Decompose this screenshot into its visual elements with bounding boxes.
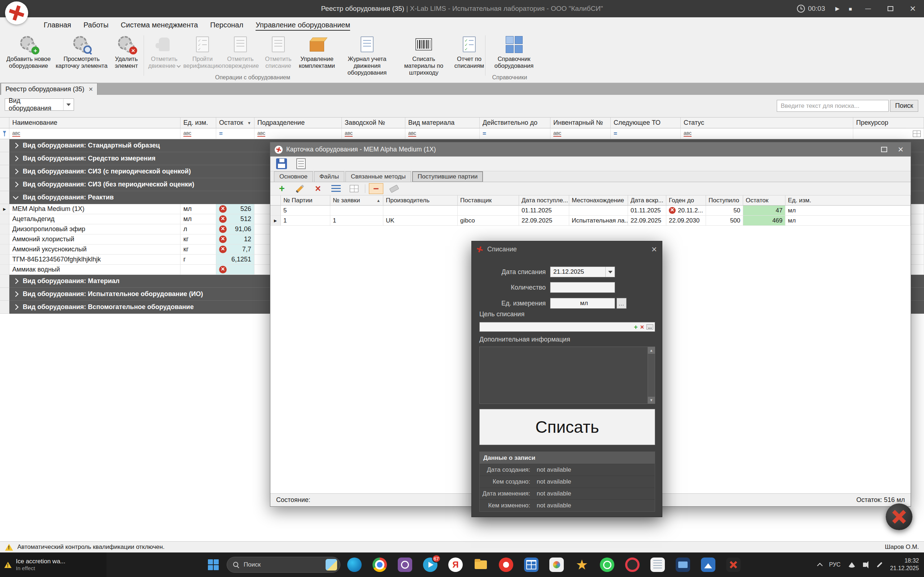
taskbar-app-xlab[interactable]: [722, 554, 745, 575]
quantity-input[interactable]: [550, 282, 615, 293]
taskbar-app-telegram[interactable]: 67: [419, 554, 441, 575]
scroll-up-icon[interactable]: [648, 347, 655, 354]
taskbar-app-whatsapp[interactable]: [596, 554, 618, 575]
ribbon-movement-journal-button[interactable]: Журнал учета движения оборудования: [338, 34, 396, 76]
stop-icon[interactable]: [844, 6, 857, 12]
column-header[interactable]: Дата вскр...: [628, 195, 666, 206]
save-icon[interactable]: [276, 158, 287, 169]
taskbar-app-chrome[interactable]: [368, 554, 391, 575]
filter-cell[interactable]: =: [480, 128, 551, 139]
taskbar-app-folder[interactable]: [470, 554, 492, 575]
filter-funnel-icon[interactable]: [0, 128, 10, 139]
filter-cell[interactable]: [853, 128, 924, 139]
tab-faily[interactable]: Файлы: [314, 171, 344, 182]
wifi-icon[interactable]: [848, 562, 856, 567]
column-header[interactable]: Поступило: [706, 195, 743, 206]
ribbon-kits-button[interactable]: Управление комплектами: [296, 34, 338, 69]
column-header[interactable]: Вид материала: [405, 118, 480, 128]
taskbar-app-opera[interactable]: [621, 554, 643, 575]
column-header[interactable]: Поставщик: [458, 195, 519, 206]
taskbar-app-yandex-browser[interactable]: [495, 554, 517, 575]
delete-icon[interactable]: [311, 183, 325, 194]
menu-tab-glavnaya[interactable]: Главная: [37, 19, 77, 31]
filter-cell[interactable]: авс: [405, 128, 480, 139]
tab-postupivshie-partii[interactable]: Поступившие партии: [412, 171, 483, 182]
taskbar-app-edge[interactable]: [343, 554, 366, 575]
taskbar-app-notepad[interactable]: [646, 554, 669, 575]
column-header[interactable]: Ед. изм.: [785, 195, 911, 206]
column-header[interactable]: Дата поступле...: [519, 195, 569, 206]
edit-pencil-icon[interactable]: [293, 183, 307, 194]
filter-cell[interactable]: авс: [10, 128, 181, 139]
search-input[interactable]: [777, 100, 888, 112]
taskbar-app-paint[interactable]: [545, 554, 568, 575]
writeoff-submit-button[interactable]: Списать: [479, 409, 655, 445]
weather-widget[interactable]: Ice accretion wa... In effect: [0, 553, 107, 577]
add-icon[interactable]: [275, 183, 289, 194]
tab-svyazannye-metody[interactable]: Связанные методы: [346, 171, 411, 182]
taskbar-app-spreadsheet[interactable]: [520, 554, 543, 575]
column-header[interactable]: Прекурсор: [853, 118, 924, 128]
filter-cell[interactable]: =: [611, 128, 681, 139]
minimize-button[interactable]: [857, 0, 879, 17]
ribbon-equipment-directory-button[interactable]: Справочник оборудования: [492, 34, 536, 69]
ribbon-add-equipment-button[interactable]: Добавить новое оборудование: [3, 34, 54, 69]
menu-tab-upravlenie-oborudovaniem[interactable]: Управление оборудованием: [249, 19, 356, 31]
clear-icon[interactable]: [640, 324, 644, 330]
column-header[interactable]: Статус: [681, 118, 853, 128]
column-header[interactable]: Следующее ТО: [611, 118, 681, 128]
ribbon-writeoff-report-button[interactable]: Отчет по списаниям: [451, 34, 487, 69]
column-header[interactable]: Годен до: [666, 195, 706, 206]
filter-cell[interactable]: =: [216, 128, 254, 139]
filter-cell[interactable]: авс: [181, 128, 216, 139]
scrollbar[interactable]: [648, 347, 655, 403]
close-button[interactable]: [898, 145, 903, 154]
scroll-down-icon[interactable]: [648, 397, 655, 403]
tab-osnovnoe[interactable]: Основное: [274, 171, 313, 182]
additional-info-textarea[interactable]: [479, 347, 655, 404]
writeoff-date-dropdown[interactable]: 21.12.2025: [550, 266, 615, 277]
column-header[interactable]: № Партии: [281, 195, 330, 206]
close-button[interactable]: [651, 244, 657, 255]
taskbar-app-viber[interactable]: [394, 554, 416, 575]
menu-tab-raboty[interactable]: Работы: [77, 19, 115, 31]
maximize-button[interactable]: [879, 0, 901, 17]
pen-icon[interactable]: [877, 562, 882, 567]
taskbar-search[interactable]: Поиск: [227, 557, 340, 573]
ribbon-delete-button[interactable]: Удалить элемент: [109, 34, 144, 69]
grid-icon[interactable]: [347, 183, 361, 194]
search-button[interactable]: Поиск: [890, 100, 918, 112]
start-button[interactable]: [203, 554, 224, 575]
report-icon[interactable]: [296, 158, 306, 169]
column-header[interactable]: Ед. изм.: [181, 118, 216, 128]
picker-button[interactable]: [646, 324, 653, 330]
tab-equipment-registry[interactable]: Реестр оборудования (35): [1, 83, 97, 95]
column-header[interactable]: Заводской №: [342, 118, 405, 128]
clock[interactable]: 18:32 21.12.2025: [890, 557, 919, 572]
maximize-button[interactable]: [881, 147, 887, 152]
taskbar-app-yandex[interactable]: [444, 554, 467, 575]
batch-row[interactable]: 1 1 UK gibco 22.09.2025 Испытательная ла…: [270, 216, 911, 226]
column-header[interactable]: Действительно до: [480, 118, 551, 128]
writeoff-minus-icon[interactable]: [369, 183, 383, 194]
add-icon[interactable]: [634, 324, 638, 330]
list-icon[interactable]: [329, 183, 343, 194]
column-header[interactable]: № заявки: [330, 195, 383, 206]
taskbar-app-display[interactable]: [672, 554, 694, 575]
volume-icon[interactable]: [863, 562, 866, 567]
unit-picker-button[interactable]: [617, 298, 627, 309]
ribbon-barcode-writeoff-button[interactable]: Списать материалы по штрихкоду: [396, 34, 451, 76]
play-icon[interactable]: [831, 5, 844, 12]
menu-tab-personal[interactable]: Персонал: [204, 19, 249, 31]
column-header[interactable]: Местонахождение: [569, 195, 628, 206]
batch-row[interactable]: 5 01.11.2025 01.11.2025 20.11.2... 50 47…: [270, 206, 911, 216]
taskbar-app-star[interactable]: [571, 554, 593, 575]
close-button[interactable]: [901, 0, 924, 17]
filter-cell[interactable]: авс: [681, 128, 853, 139]
column-header[interactable]: Производитель: [383, 195, 458, 206]
taskbar-app-photos[interactable]: [697, 554, 719, 575]
column-header[interactable]: Наименование: [10, 118, 181, 128]
tab-close-icon[interactable]: [89, 85, 93, 93]
purpose-input[interactable]: [479, 322, 655, 332]
column-header[interactable]: Подразделение: [254, 118, 342, 128]
